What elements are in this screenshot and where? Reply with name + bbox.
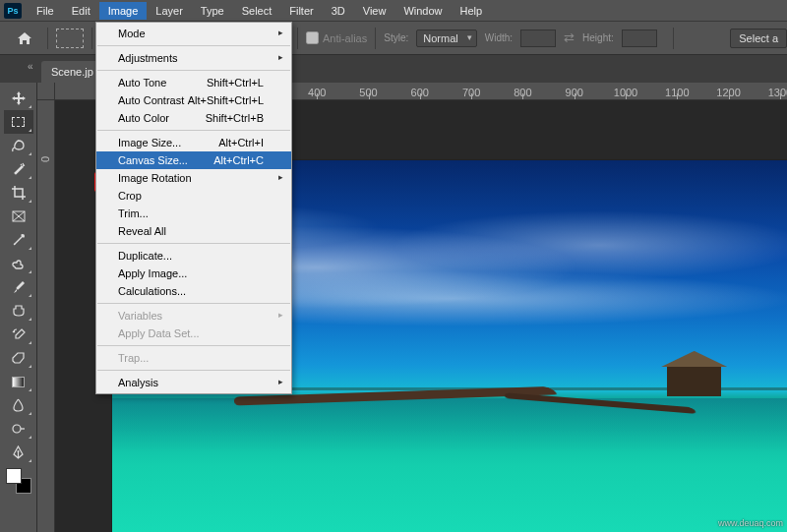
- swap-dimensions-icon[interactable]: ⇄: [564, 30, 575, 45]
- menu-file[interactable]: File: [28, 2, 63, 20]
- menu-item-analysis[interactable]: Analysis: [96, 374, 291, 391]
- width-label: Width:: [485, 32, 513, 43]
- brush-tool[interactable]: [4, 275, 33, 299]
- menu-item-duplicate[interactable]: Duplicate...: [96, 247, 291, 265]
- menu-item-image-rotation[interactable]: Image Rotation: [96, 169, 291, 187]
- ruler-origin[interactable]: [37, 83, 55, 100]
- shortcut: Alt+Ctrl+I: [218, 137, 264, 148]
- panel-collapse-icon[interactable]: «: [28, 61, 41, 75]
- menu-item-image-size[interactable]: Image Size...Alt+Ctrl+I: [96, 134, 291, 151]
- color-swatches[interactable]: [6, 468, 31, 494]
- vertical-ruler[interactable]: 0: [37, 100, 55, 532]
- height-label: Height:: [582, 32, 614, 43]
- shortcut: Alt+Ctrl+C: [213, 154, 264, 166]
- menu-select[interactable]: Select: [233, 2, 281, 20]
- menu-separator: [97, 130, 290, 131]
- menu-edit[interactable]: Edit: [63, 2, 99, 20]
- home-button[interactable]: [10, 27, 39, 50]
- frame-tool[interactable]: [4, 205, 33, 228]
- menu-item-variables: Variables: [96, 307, 291, 325]
- menu-bar: Ps File Edit Image Layer Type Select Fil…: [0, 0, 787, 22]
- crop-tool[interactable]: [4, 181, 33, 205]
- menu-item-auto-contrast[interactable]: Auto ContrastAlt+Shift+Ctrl+L: [96, 91, 291, 109]
- shortcut: Alt+Shift+Ctrl+L: [188, 94, 264, 106]
- separator: [297, 28, 298, 49]
- foreground-color[interactable]: [6, 468, 22, 484]
- app-logo: Ps: [4, 3, 22, 19]
- separator: [91, 28, 92, 49]
- shortcut: Shift+Ctrl+L: [207, 77, 264, 89]
- menu-separator: [97, 45, 290, 46]
- separator: [375, 28, 376, 49]
- magic-wand-tool[interactable]: [4, 157, 33, 181]
- history-brush-tool[interactable]: [4, 323, 33, 346]
- style-label: Style:: [384, 32, 408, 43]
- menu-item-auto-color[interactable]: Auto ColorShift+Ctrl+B: [96, 109, 291, 127]
- antialias-checkbox[interactable]: Anti-alias: [306, 31, 367, 44]
- menu-item-reveal-all[interactable]: Reveal All: [96, 222, 291, 240]
- clone-stamp-tool[interactable]: [4, 299, 33, 323]
- menu-filter[interactable]: Filter: [280, 2, 322, 20]
- document-tab[interactable]: Scene.jp: [41, 61, 103, 83]
- gradient-tool[interactable]: [4, 370, 33, 393]
- menu-item-apply-data-set: Apply Data Set...: [96, 325, 291, 342]
- menu-separator: [97, 303, 290, 304]
- menu-view[interactable]: View: [354, 2, 395, 20]
- separator: [673, 28, 674, 49]
- menu-image[interactable]: Image: [99, 2, 148, 20]
- menu-item-calculations[interactable]: Calculations...: [96, 282, 291, 300]
- menu-item-canvas-size[interactable]: Canvas Size...Alt+Ctrl+C: [96, 151, 291, 169]
- eraser-tool[interactable]: [4, 346, 33, 370]
- menu-help[interactable]: Help: [452, 2, 492, 20]
- menu-separator: [97, 345, 290, 346]
- shortcut: Shift+Ctrl+B: [206, 112, 264, 124]
- menu-item-mode[interactable]: Mode: [96, 25, 291, 42]
- style-select[interactable]: Normal: [416, 30, 476, 47]
- dodge-tool[interactable]: [4, 417, 33, 441]
- menu-type[interactable]: Type: [192, 2, 233, 20]
- menu-window[interactable]: Window: [394, 2, 451, 20]
- svg-point-4: [18, 450, 20, 452]
- eyedropper-tool[interactable]: [4, 228, 33, 252]
- image-menu-dropdown: ModeAdjustmentsAuto ToneShift+Ctrl+LAuto…: [95, 22, 292, 394]
- height-input[interactable]: [622, 30, 657, 47]
- menu-separator: [97, 370, 290, 371]
- menu-item-adjustments[interactable]: Adjustments: [96, 49, 291, 67]
- healing-brush-tool[interactable]: [4, 252, 33, 275]
- separator: [47, 28, 48, 49]
- tool-panel: [0, 83, 37, 532]
- marquee-tool-icon[interactable]: [56, 29, 84, 48]
- menu-separator: [97, 243, 290, 244]
- menu-item-trap: Trap...: [96, 349, 291, 367]
- menu-separator: [97, 70, 290, 71]
- menu-item-auto-tone[interactable]: Auto ToneShift+Ctrl+L: [96, 74, 291, 91]
- watermark: www.deuaq.com: [718, 518, 783, 528]
- lasso-tool[interactable]: [4, 134, 33, 157]
- antialias-label: Anti-alias: [323, 32, 367, 44]
- svg-point-3: [13, 425, 21, 433]
- move-tool[interactable]: [4, 87, 33, 110]
- menu-item-crop[interactable]: Crop: [96, 187, 291, 205]
- pen-tool[interactable]: [4, 441, 33, 464]
- marquee-tool[interactable]: [4, 110, 33, 134]
- menu-layer[interactable]: Layer: [147, 2, 192, 20]
- menu-item-apply-image[interactable]: Apply Image...: [96, 265, 291, 282]
- document-title: Scene.jp: [51, 66, 93, 78]
- menu-3d[interactable]: 3D: [323, 2, 354, 20]
- select-and-mask-button[interactable]: Select a: [730, 29, 787, 48]
- menu-item-trim[interactable]: Trim...: [96, 205, 291, 222]
- width-input[interactable]: [520, 30, 556, 47]
- blur-tool[interactable]: [4, 393, 33, 417]
